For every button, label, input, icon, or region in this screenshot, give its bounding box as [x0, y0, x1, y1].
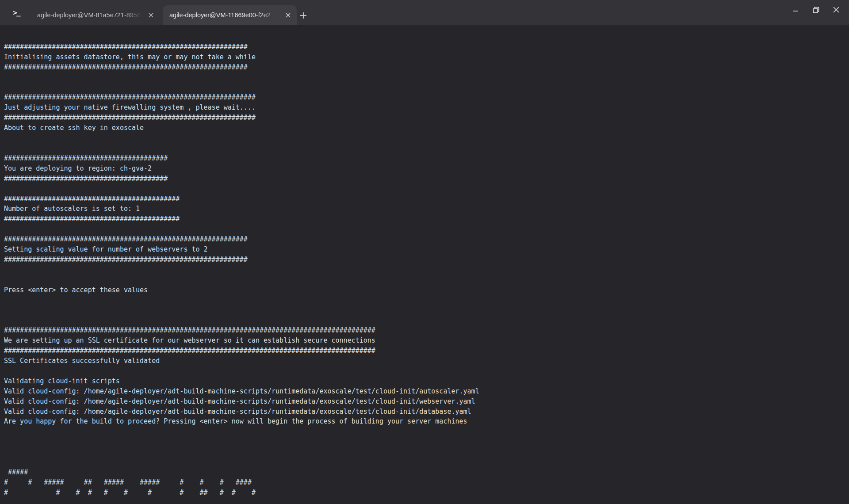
tab-terminal-2[interactable]: agile-deployer@VM-11669e00-f2e2 [163, 5, 297, 25]
minimize-button[interactable] [791, 5, 800, 15]
tab-bar: >_ agile-deployer@VM-81a5e721-8956 agile… [0, 0, 849, 25]
tab-terminal-1[interactable]: agile-deployer@VM-81a5e721-8956 [26, 5, 160, 25]
tab-title: agile-deployer@VM-11669e00-f2e2 [169, 11, 283, 19]
terminal-prompt-icon: >_ [13, 8, 19, 17]
close-tab-icon[interactable] [283, 10, 293, 20]
close-window-button[interactable] [831, 5, 841, 15]
restore-icon [812, 6, 820, 14]
close-tab-icon[interactable] [146, 10, 156, 20]
tab-title: agile-deployer@VM-81a5e721-8956 [37, 11, 146, 19]
terminal-home-button[interactable]: >_ [9, 6, 24, 19]
close-icon [833, 6, 840, 13]
new-tab-button[interactable] [297, 9, 310, 22]
minimize-icon [792, 6, 799, 13]
window-controls [791, 0, 841, 19]
terminal-screen[interactable]: ########################################… [0, 25, 849, 504]
restore-button[interactable] [811, 5, 821, 15]
plus-icon [300, 12, 307, 19]
terminal-output: ########################################… [0, 25, 849, 498]
